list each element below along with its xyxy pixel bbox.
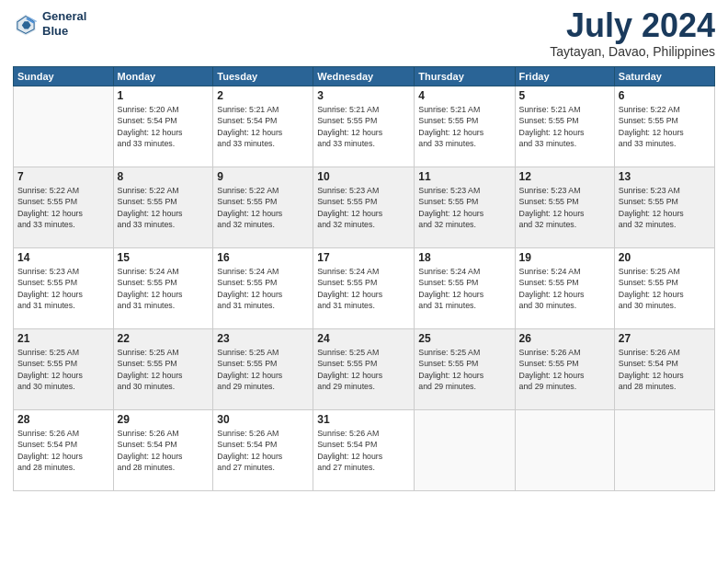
day-number: 15 (118, 251, 210, 264)
calendar-header-row: Sunday Monday Tuesday Wednesday Thursday… (14, 67, 715, 86)
day-info: Sunrise: 5:25 AM Sunset: 5:55 PM Dayligh… (317, 347, 410, 392)
table-cell: 25Sunrise: 5:25 AM Sunset: 5:55 PM Dayli… (415, 329, 515, 410)
day-info: Sunrise: 5:24 AM Sunset: 5:55 PM Dayligh… (217, 266, 309, 311)
day-info: Sunrise: 5:23 AM Sunset: 5:55 PM Dayligh… (17, 266, 109, 311)
table-cell: 10Sunrise: 5:23 AM Sunset: 5:55 PM Dayli… (313, 167, 415, 248)
table-cell: 9Sunrise: 5:22 AM Sunset: 5:55 PM Daylig… (213, 167, 313, 248)
day-number: 28 (17, 413, 109, 426)
table-cell (515, 410, 614, 491)
day-number: 31 (317, 413, 410, 426)
day-info: Sunrise: 5:26 AM Sunset: 5:54 PM Dayligh… (118, 428, 210, 473)
day-number: 6 (619, 89, 711, 102)
day-info: Sunrise: 5:25 AM Sunset: 5:55 PM Dayligh… (118, 347, 210, 392)
title-area: July 2024 Taytayan, Davao, Philippines (550, 9, 715, 59)
day-number: 7 (17, 170, 109, 183)
day-info: Sunrise: 5:23 AM Sunset: 5:55 PM Dayligh… (519, 185, 610, 230)
day-info: Sunrise: 5:25 AM Sunset: 5:55 PM Dayligh… (217, 347, 309, 392)
table-cell: 7Sunrise: 5:22 AM Sunset: 5:55 PM Daylig… (14, 167, 114, 248)
day-info: Sunrise: 5:21 AM Sunset: 5:55 PM Dayligh… (317, 104, 410, 149)
table-cell: 15Sunrise: 5:24 AM Sunset: 5:55 PM Dayli… (113, 248, 213, 329)
table-cell: 30Sunrise: 5:26 AM Sunset: 5:54 PM Dayli… (213, 410, 313, 491)
header-friday: Friday (515, 67, 614, 86)
day-info: Sunrise: 5:21 AM Sunset: 5:55 PM Dayligh… (519, 104, 610, 149)
table-cell: 3Sunrise: 5:21 AM Sunset: 5:55 PM Daylig… (313, 86, 415, 167)
table-cell (14, 86, 114, 167)
day-info: Sunrise: 5:25 AM Sunset: 5:55 PM Dayligh… (17, 347, 109, 392)
day-number: 20 (619, 251, 711, 264)
day-number: 16 (217, 251, 309, 264)
day-info: Sunrise: 5:22 AM Sunset: 5:55 PM Dayligh… (619, 104, 711, 149)
table-cell: 27Sunrise: 5:26 AM Sunset: 5:54 PM Dayli… (614, 329, 714, 410)
table-cell: 1Sunrise: 5:20 AM Sunset: 5:54 PM Daylig… (113, 86, 213, 167)
table-cell: 5Sunrise: 5:21 AM Sunset: 5:55 PM Daylig… (515, 86, 614, 167)
table-cell: 2Sunrise: 5:21 AM Sunset: 5:54 PM Daylig… (213, 86, 313, 167)
table-cell: 6Sunrise: 5:22 AM Sunset: 5:55 PM Daylig… (614, 86, 714, 167)
day-number: 10 (317, 170, 410, 183)
day-number: 19 (519, 251, 610, 264)
location: Taytayan, Davao, Philippines (550, 44, 715, 59)
header-monday: Monday (113, 67, 213, 86)
table-cell: 29Sunrise: 5:26 AM Sunset: 5:54 PM Dayli… (113, 410, 213, 491)
page-container: General Blue July 2024 Taytayan, Davao, … (0, 0, 728, 563)
header: General Blue July 2024 Taytayan, Davao, … (13, 9, 715, 59)
calendar-week-5: 28Sunrise: 5:26 AM Sunset: 5:54 PM Dayli… (14, 410, 715, 491)
table-cell: 21Sunrise: 5:25 AM Sunset: 5:55 PM Dayli… (14, 329, 114, 410)
day-info: Sunrise: 5:25 AM Sunset: 5:55 PM Dayligh… (619, 266, 711, 311)
table-cell: 17Sunrise: 5:24 AM Sunset: 5:55 PM Dayli… (313, 248, 415, 329)
table-cell (614, 410, 714, 491)
table-cell: 12Sunrise: 5:23 AM Sunset: 5:55 PM Dayli… (515, 167, 614, 248)
day-info: Sunrise: 5:23 AM Sunset: 5:55 PM Dayligh… (619, 185, 711, 230)
day-number: 11 (418, 170, 510, 183)
day-info: Sunrise: 5:24 AM Sunset: 5:55 PM Dayligh… (118, 266, 210, 311)
day-info: Sunrise: 5:26 AM Sunset: 5:54 PM Dayligh… (619, 347, 711, 392)
calendar-week-3: 14Sunrise: 5:23 AM Sunset: 5:55 PM Dayli… (14, 248, 715, 329)
day-number: 5 (519, 89, 610, 102)
table-cell: 13Sunrise: 5:23 AM Sunset: 5:55 PM Dayli… (614, 167, 714, 248)
table-cell: 26Sunrise: 5:26 AM Sunset: 5:55 PM Dayli… (515, 329, 614, 410)
calendar-week-4: 21Sunrise: 5:25 AM Sunset: 5:55 PM Dayli… (14, 329, 715, 410)
day-number: 8 (118, 170, 210, 183)
day-info: Sunrise: 5:22 AM Sunset: 5:55 PM Dayligh… (118, 185, 210, 230)
header-thursday: Thursday (415, 67, 515, 86)
day-info: Sunrise: 5:26 AM Sunset: 5:55 PM Dayligh… (519, 347, 610, 392)
header-wednesday: Wednesday (313, 67, 415, 86)
day-number: 9 (217, 170, 309, 183)
day-info: Sunrise: 5:21 AM Sunset: 5:54 PM Dayligh… (217, 104, 309, 149)
day-number: 14 (17, 251, 109, 264)
header-saturday: Saturday (614, 67, 714, 86)
day-number: 26 (519, 332, 610, 345)
table-cell: 22Sunrise: 5:25 AM Sunset: 5:55 PM Dayli… (113, 329, 213, 410)
day-info: Sunrise: 5:24 AM Sunset: 5:55 PM Dayligh… (519, 266, 610, 311)
month-year: July 2024 (550, 9, 715, 42)
day-info: Sunrise: 5:26 AM Sunset: 5:54 PM Dayligh… (17, 428, 109, 473)
day-number: 29 (118, 413, 210, 426)
day-number: 12 (519, 170, 610, 183)
day-info: Sunrise: 5:24 AM Sunset: 5:55 PM Dayligh… (317, 266, 410, 311)
table-cell: 20Sunrise: 5:25 AM Sunset: 5:55 PM Dayli… (614, 248, 714, 329)
day-info: Sunrise: 5:26 AM Sunset: 5:54 PM Dayligh… (317, 428, 410, 473)
calendar-table: Sunday Monday Tuesday Wednesday Thursday… (13, 66, 715, 491)
table-cell: 23Sunrise: 5:25 AM Sunset: 5:55 PM Dayli… (213, 329, 313, 410)
table-cell: 8Sunrise: 5:22 AM Sunset: 5:55 PM Daylig… (113, 167, 213, 248)
table-cell: 19Sunrise: 5:24 AM Sunset: 5:55 PM Dayli… (515, 248, 614, 329)
logo-text: General Blue (42, 9, 86, 38)
header-sunday: Sunday (14, 67, 114, 86)
day-number: 13 (619, 170, 711, 183)
day-number: 4 (418, 89, 510, 102)
day-number: 1 (118, 89, 210, 102)
table-cell: 31Sunrise: 5:26 AM Sunset: 5:54 PM Dayli… (313, 410, 415, 491)
day-info: Sunrise: 5:20 AM Sunset: 5:54 PM Dayligh… (118, 104, 210, 149)
table-cell: 11Sunrise: 5:23 AM Sunset: 5:55 PM Dayli… (415, 167, 515, 248)
day-number: 25 (418, 332, 510, 345)
day-number: 22 (118, 332, 210, 345)
day-info: Sunrise: 5:22 AM Sunset: 5:55 PM Dayligh… (17, 185, 109, 230)
day-number: 23 (217, 332, 309, 345)
table-cell: 16Sunrise: 5:24 AM Sunset: 5:55 PM Dayli… (213, 248, 313, 329)
day-number: 24 (317, 332, 410, 345)
table-cell: 4Sunrise: 5:21 AM Sunset: 5:55 PM Daylig… (415, 86, 515, 167)
table-cell: 14Sunrise: 5:23 AM Sunset: 5:55 PM Dayli… (14, 248, 114, 329)
logo: General Blue (13, 9, 86, 38)
header-tuesday: Tuesday (213, 67, 313, 86)
table-cell: 24Sunrise: 5:25 AM Sunset: 5:55 PM Dayli… (313, 329, 415, 410)
day-number: 17 (317, 251, 410, 264)
